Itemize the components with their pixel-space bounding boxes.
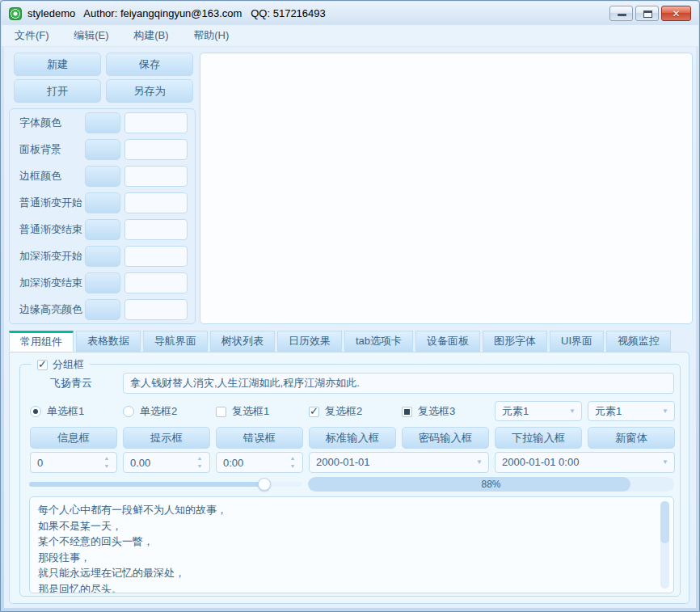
tab-nav-ui[interactable]: 导航界面 bbox=[143, 331, 208, 352]
combobox-1[interactable]: 元素1 ▼ bbox=[495, 401, 582, 421]
color-value-input[interactable] bbox=[124, 272, 188, 293]
tab-common-widgets[interactable]: 常用组件 bbox=[9, 331, 74, 352]
date-picker[interactable]: 2000-01-01 ▼ bbox=[309, 452, 489, 473]
color-label: 普通渐变开始 bbox=[19, 192, 82, 213]
color-value-input[interactable] bbox=[124, 139, 188, 160]
color-swatch-button[interactable] bbox=[85, 246, 120, 267]
int-spinbox[interactable]: ▲▼ bbox=[30, 452, 117, 473]
memo-textarea[interactable]: 每个人心中都有一段鲜不为人知的故事， 如果不是某一天， 某个不经意的回头一瞥， … bbox=[29, 496, 674, 593]
name-input[interactable] bbox=[123, 373, 674, 394]
groupbox-checkbox[interactable]: ✓ bbox=[37, 360, 48, 370]
combobox-2[interactable]: 元素1 ▼ bbox=[588, 401, 675, 421]
chevron-down-icon: ▼ bbox=[662, 402, 668, 420]
close-icon: ✕ bbox=[662, 6, 690, 21]
color-swatch-button[interactable] bbox=[85, 112, 120, 133]
color-row-font: 字体颜色 bbox=[10, 112, 195, 133]
check-icon: ✓ bbox=[38, 358, 47, 370]
datetime-value: 2000-01-01 0:00 bbox=[502, 456, 579, 468]
spinner-arrows-icon[interactable]: ▲▼ bbox=[196, 454, 204, 471]
menu-edit[interactable]: 编辑(E) bbox=[65, 25, 117, 46]
color-value-input[interactable] bbox=[124, 112, 188, 133]
slider[interactable] bbox=[29, 477, 302, 492]
progress-label: 88% bbox=[308, 477, 674, 492]
new-button[interactable]: 新建 bbox=[14, 53, 101, 76]
titlebar[interactable]: styledemo Author: feiyangqingyun@163.com… bbox=[2, 2, 698, 25]
tab-calendar[interactable]: 日历效果 bbox=[277, 331, 342, 352]
color-swatch-button[interactable] bbox=[85, 166, 120, 187]
tab-table-data[interactable]: 表格数据 bbox=[76, 331, 141, 352]
info-box-button[interactable]: 信息框 bbox=[30, 427, 117, 449]
check-icon: ✓ bbox=[310, 405, 318, 417]
color-row-border: 边框颜色 bbox=[10, 166, 195, 187]
preview-panel bbox=[200, 53, 693, 324]
menu-help[interactable]: 帮助(H) bbox=[184, 25, 238, 46]
color-row-dark-start: 加深渐变开始 bbox=[10, 246, 195, 267]
checkbox-2[interactable]: ✓ 复选框2 bbox=[309, 402, 362, 421]
radio-label: 单选框2 bbox=[140, 404, 177, 419]
checkbox-1[interactable]: 复选框1 bbox=[216, 402, 269, 421]
color-swatch-button[interactable] bbox=[85, 219, 120, 240]
tab-tab-control[interactable]: tab选项卡 bbox=[344, 331, 413, 352]
standard-input-button[interactable]: 标准输入框 bbox=[309, 427, 396, 449]
spinner-arrows-icon[interactable]: ▲▼ bbox=[103, 454, 111, 471]
color-swatch-button[interactable] bbox=[85, 192, 120, 213]
window-title: styledemo Author: feiyangqingyun@163.com… bbox=[27, 2, 326, 25]
color-value-input[interactable] bbox=[124, 192, 188, 213]
chevron-down-icon: ▼ bbox=[569, 402, 576, 420]
radio-2[interactable]: 单选框2 bbox=[123, 402, 177, 421]
color-value-input[interactable] bbox=[124, 219, 188, 240]
app-icon bbox=[9, 7, 22, 20]
color-row-dark-end: 加深渐变结束 bbox=[10, 272, 195, 293]
color-value-input[interactable] bbox=[124, 299, 188, 320]
checkbox-icon bbox=[216, 407, 226, 417]
color-label: 加深渐变结束 bbox=[19, 272, 82, 293]
chevron-down-icon: ▼ bbox=[476, 453, 483, 472]
color-label: 普通渐变结束 bbox=[19, 219, 82, 240]
new-window-button[interactable]: 新窗体 bbox=[588, 427, 675, 449]
error-box-button[interactable]: 错误框 bbox=[216, 427, 303, 449]
radio-label: 单选框1 bbox=[47, 404, 84, 419]
double-spinbox[interactable]: ▲▼ bbox=[123, 452, 210, 473]
menubar: 文件(F) 编辑(E) 构建(B) 帮助(H) bbox=[2, 25, 698, 47]
open-button[interactable]: 打开 bbox=[14, 79, 101, 103]
scrollbar-thumb[interactable] bbox=[660, 501, 669, 543]
radio-1[interactable]: 单选框1 bbox=[30, 402, 84, 421]
color-label: 边缘高亮颜色 bbox=[19, 299, 82, 320]
checkbox-icon: ✓ bbox=[309, 407, 319, 417]
memo-scrollbar[interactable] bbox=[660, 501, 669, 589]
tab-tree-list[interactable]: 树状列表 bbox=[210, 331, 275, 352]
maximize-button[interactable] bbox=[635, 6, 659, 21]
tab-video-monitor[interactable]: 视频监控 bbox=[606, 331, 671, 352]
color-swatch-button[interactable] bbox=[85, 139, 120, 160]
save-as-button[interactable]: 另存为 bbox=[106, 79, 193, 103]
tab-ui[interactable]: UI界面 bbox=[550, 331, 604, 352]
menu-file[interactable]: 文件(F) bbox=[6, 25, 58, 46]
save-button[interactable]: 保存 bbox=[106, 53, 193, 76]
color-value-input[interactable] bbox=[124, 166, 188, 187]
color-label: 加深渐变开始 bbox=[19, 246, 82, 267]
color-swatch-button[interactable] bbox=[85, 299, 120, 320]
dropdown-input-button[interactable]: 下拉输入框 bbox=[495, 427, 582, 449]
color-value-input[interactable] bbox=[124, 246, 188, 267]
tab-device-panel[interactable]: 设备面板 bbox=[415, 331, 480, 352]
time-spinbox[interactable]: ▲▼ bbox=[216, 452, 303, 473]
minimize-button[interactable] bbox=[609, 6, 633, 21]
checkbox-label: 复选框1 bbox=[232, 404, 269, 419]
tab-icon-font[interactable]: 图形字体 bbox=[483, 331, 547, 352]
menu-build[interactable]: 构建(B) bbox=[124, 25, 177, 46]
spinner-arrows-icon[interactable]: ▲▼ bbox=[289, 454, 297, 471]
prompt-box-button[interactable]: 提示框 bbox=[123, 427, 210, 449]
password-input-button[interactable]: 密码输入框 bbox=[402, 427, 489, 449]
checkbox-label: 复选框2 bbox=[325, 404, 362, 419]
color-row-normal-start: 普通渐变开始 bbox=[10, 192, 195, 213]
tabbar: 常用组件 表格数据 导航界面 树状列表 日历效果 tab选项卡 设备面板 图形字… bbox=[9, 331, 673, 352]
groupbox-legend: ✓ 分组框 bbox=[32, 357, 90, 372]
checkbox-3[interactable]: 复选框3 bbox=[402, 402, 455, 421]
color-row-highlight: 边缘高亮颜色 bbox=[10, 299, 195, 320]
slider-handle[interactable] bbox=[258, 478, 271, 491]
color-row-panel-bg: 面板背景 bbox=[10, 139, 195, 160]
groupbox-title: 分组框 bbox=[53, 357, 84, 372]
close-button[interactable]: ✕ bbox=[661, 6, 691, 21]
datetime-picker[interactable]: 2000-01-01 0:00 ▼ bbox=[495, 452, 675, 473]
color-swatch-button[interactable] bbox=[85, 272, 120, 293]
